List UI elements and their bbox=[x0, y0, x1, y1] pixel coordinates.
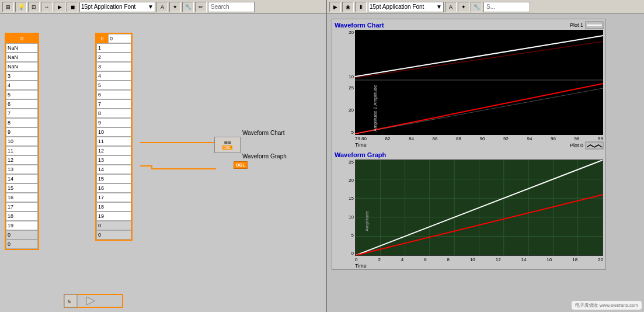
array2-cell-11: 11 bbox=[96, 137, 131, 146]
array1-cell-6: 6 bbox=[6, 99, 38, 109]
r-font-dropdown[interactable]: 15pt Application Font ▼ bbox=[368, 2, 444, 12]
array2-cell-8: 8 bbox=[96, 109, 131, 118]
array1-index: 0 bbox=[6, 34, 38, 43]
svg-text:5: 5 bbox=[68, 299, 71, 304]
plot0-icon bbox=[586, 142, 603, 149]
array2-header: 0 0 bbox=[96, 34, 131, 43]
run-button[interactable]: ▶ bbox=[54, 2, 65, 12]
array2-cell-18: 18 bbox=[96, 202, 131, 212]
array2-cell-4: 4 bbox=[96, 71, 131, 81]
wf-graph-dbl: DBL bbox=[234, 161, 248, 169]
y-label-20: 20 bbox=[349, 30, 354, 35]
array2-cell-14: 14 bbox=[96, 165, 131, 174]
block-diagram: 0 NaN NaN NaN 3 4 5 6 7 8 9 10 11 12 13 … bbox=[0, 14, 327, 312]
plot1-label: Plot 1 bbox=[570, 22, 583, 28]
plot0-label: Plot 0 bbox=[570, 143, 583, 148]
array2-cell-3: 3 bbox=[96, 62, 131, 71]
r-toolbar-btn-3[interactable]: A bbox=[445, 2, 457, 12]
array1-cell-8: 8 bbox=[6, 118, 38, 127]
xtick-92: 92 bbox=[503, 136, 509, 141]
r-toolbar-btn-2[interactable]: ◉ bbox=[342, 2, 354, 12]
right-toolbar: ▶ ◉ ⏸ 15pt Application Font ▼ A ✦ 🔧 S... bbox=[327, 0, 644, 13]
gxtick-2: 2 bbox=[378, 257, 380, 262]
gxtick-12: 12 bbox=[496, 257, 501, 262]
array2-cell-19: 19 bbox=[96, 212, 131, 221]
wf-chart-vi-block[interactable]: ⊞⊞ DBL bbox=[214, 137, 241, 153]
array1-values: NaN NaN NaN 3 4 5 6 7 8 9 10 11 12 13 14… bbox=[6, 43, 38, 249]
gy-5: 5 bbox=[351, 233, 354, 238]
xtick-90: 90 bbox=[480, 136, 485, 141]
wf-chart-vi-grid: ⊞⊞ bbox=[224, 140, 231, 145]
gxtick-16: 16 bbox=[546, 257, 552, 262]
chart-x-ticks: 79 80 82 84 86 88 90 92 94 96 98 99 bbox=[335, 136, 603, 141]
r-toolbar-btn-4[interactable]: ✦ bbox=[458, 2, 469, 12]
array2-cell-7: 7 bbox=[96, 99, 131, 109]
main-toolbar: ⊞ 💡 ⊡ ↔ ▶ ◼ 15pt Application Font ▼ A ✦ … bbox=[0, 0, 644, 14]
toolbar-btn-2[interactable]: 💡 bbox=[15, 2, 27, 12]
xtick-79: 79 80 bbox=[355, 136, 367, 141]
array1-cell-e2: 0 bbox=[6, 240, 38, 249]
toolbar-btn-6[interactable]: ✦ bbox=[169, 2, 181, 12]
chart-plot1-legend: Plot 1 bbox=[570, 22, 603, 29]
waveform-graph-label: Waveform Graph bbox=[242, 153, 287, 160]
front-panel: Waveform Chart Plot 1 20 bbox=[327, 14, 644, 312]
toolbar-btn-8[interactable]: ✏ bbox=[195, 2, 207, 12]
array2-cell-6: 6 bbox=[96, 90, 131, 99]
array2-cell-9: 9 bbox=[96, 118, 131, 127]
array2-container: 0 0 1 2 3 4 5 6 7 8 9 10 11 12 13 14 15 … bbox=[95, 33, 133, 241]
stop-button[interactable]: ◼ bbox=[67, 2, 78, 12]
toolbar-btn-7[interactable]: 🔧 bbox=[182, 2, 194, 12]
search-input[interactable]: Search bbox=[208, 2, 255, 12]
svg-marker-3 bbox=[86, 297, 95, 305]
font-dropdown[interactable]: 15pt Application Font ▼ bbox=[79, 2, 155, 12]
svg-rect-1 bbox=[64, 294, 77, 307]
xtick-88: 88 bbox=[456, 136, 461, 141]
graph-green-plot: Amplitude bbox=[355, 160, 603, 256]
y-label-20b: 20 bbox=[349, 108, 354, 113]
wf-chart-dbl: DBL bbox=[222, 145, 233, 150]
array1-cell-17: 17 bbox=[6, 202, 38, 212]
pause-button[interactable]: ⏸ bbox=[355, 2, 367, 12]
r-toolbar-btn-5[interactable]: 🔧 bbox=[471, 2, 482, 12]
gy-15: 15 bbox=[349, 196, 354, 201]
array2-index-box: 0 bbox=[96, 34, 108, 43]
r-toolbar-btn-1[interactable]: ▶ bbox=[329, 2, 341, 12]
array2-values: 1 2 3 4 5 6 7 8 9 10 11 12 13 14 15 16 1… bbox=[96, 43, 131, 240]
graph-y-axis-label: Amplitude bbox=[364, 210, 370, 231]
xtick-98: 98 bbox=[574, 136, 579, 141]
r-search-input[interactable]: S... bbox=[483, 2, 530, 12]
array1-cell-16: 16 bbox=[6, 193, 38, 202]
search-text: Search bbox=[211, 4, 229, 10]
graph-x-ticks: 0 2 4 6 8 10 12 14 16 18 20 bbox=[335, 257, 603, 262]
toolbar-btn-5[interactable]: A bbox=[156, 2, 168, 12]
gxtick-8: 8 bbox=[447, 257, 450, 262]
waveform-graph-title: Waveform Graph bbox=[335, 151, 386, 158]
charts-container: Waveform Chart Plot 1 20 bbox=[332, 19, 606, 270]
array1-cell-4: 4 bbox=[6, 81, 38, 90]
font-label: 15pt Application Font bbox=[81, 4, 135, 10]
array2-cell-17: 17 bbox=[96, 193, 131, 202]
array1-cell-13: 13 bbox=[6, 165, 38, 174]
xtick-84: 84 bbox=[409, 136, 414, 141]
array1-cell-10: 10 bbox=[6, 137, 38, 146]
gxtick-0: 0 bbox=[355, 257, 357, 262]
chart-plot0-legend: Plot 0 bbox=[570, 142, 603, 149]
gxtick-14: 14 bbox=[521, 257, 527, 262]
array2-cell-2: 2 bbox=[96, 53, 131, 62]
array1-cell-19: 19 bbox=[6, 221, 38, 230]
array2-cell-5: 5 bbox=[96, 81, 131, 90]
array1-cell-5: 5 bbox=[6, 90, 38, 99]
gxtick-20: 20 bbox=[598, 257, 603, 262]
array1-cell-7: 7 bbox=[6, 109, 38, 118]
array1-cell-3: 3 bbox=[6, 71, 38, 81]
chart-y-axis-label: Amplitude 2 Amplitude bbox=[373, 85, 378, 132]
array2-cell-15: 15 bbox=[96, 174, 131, 183]
gxtick-6: 6 bbox=[424, 257, 426, 262]
toolbar-btn-4[interactable]: ↔ bbox=[41, 2, 53, 12]
toolbar-btn-3[interactable]: ⊡ bbox=[28, 2, 40, 12]
array2-cell-1: 1 bbox=[96, 43, 131, 53]
toolbar-btn-1[interactable]: ⊞ bbox=[2, 2, 14, 12]
array1-cell-18: 18 bbox=[6, 212, 38, 221]
array1-cell-12: 12 bbox=[6, 155, 38, 165]
y-bottom-labels: 25 20 5 bbox=[349, 85, 354, 135]
